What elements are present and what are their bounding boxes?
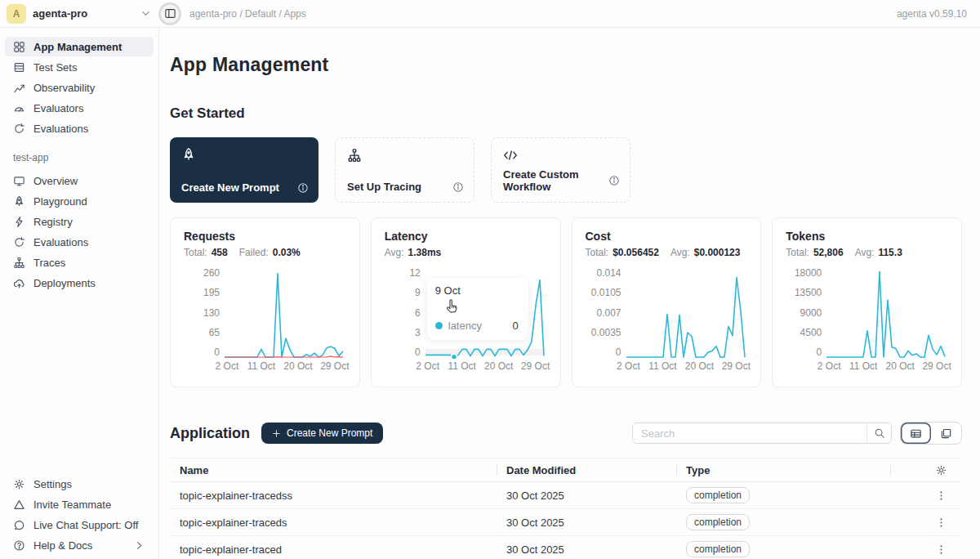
- plot-requests: 2 Oct11 Oct20 Oct29 Oct: [225, 271, 343, 357]
- sidebar-footer-nav: SettingsInvite TeammateLive Chat Support…: [0, 473, 158, 556]
- stat-card-title: Cost: [586, 230, 748, 243]
- x-tick-label: 11 Oct: [648, 360, 676, 372]
- get-started-card-set-up-tracing[interactable]: Set Up Tracing: [335, 137, 474, 203]
- sidebar-item-observability[interactable]: Observability: [5, 78, 154, 97]
- x-tick-label: 29 Oct: [922, 360, 951, 372]
- tooltip-row: latency0: [435, 320, 520, 332]
- tree-icon: [13, 257, 25, 269]
- search-input[interactable]: [633, 427, 866, 440]
- metric-value: 458: [212, 247, 228, 258]
- column-settings-gear-icon[interactable]: [900, 464, 952, 476]
- sidebar-item-evaluations[interactable]: Evaluations: [5, 232, 154, 252]
- info-icon[interactable]: [297, 182, 309, 194]
- sidebar-item-deployments[interactable]: Deployments: [5, 273, 154, 293]
- cycle-icon: [13, 236, 25, 248]
- x-tick-label: 29 Oct: [722, 360, 751, 372]
- y-axis-ticks: 1800013500900045000: [786, 267, 822, 358]
- stat-card-cost: CostTotal:$0.056452Avg:$0.0001230.0140.0…: [572, 217, 762, 387]
- sidebar-item-label: Help & Docs: [33, 539, 92, 552]
- row-actions-menu-icon[interactable]: [900, 543, 952, 556]
- table-row-topic-explainer-tracedss[interactable]: topic-explainer-tracedss30 Oct 2025compl…: [170, 482, 962, 509]
- sidebar-item-app-management[interactable]: App Management: [5, 37, 154, 56]
- cell-date-modified: 30 Oct 2025: [497, 536, 676, 559]
- cycle-icon: [13, 123, 25, 135]
- chat-icon: [13, 519, 25, 531]
- monitor-icon: [13, 175, 25, 187]
- workspace-selector[interactable]: A agenta-pro: [7, 4, 152, 24]
- metric: Avg:115.3: [855, 247, 902, 258]
- sidebar-item-traces[interactable]: Traces: [5, 253, 154, 272]
- chart-icon: [13, 82, 25, 94]
- metric-label: Total:: [586, 247, 609, 258]
- y-tick-label: 0: [616, 347, 621, 358]
- table-view-button[interactable]: [901, 423, 931, 444]
- code-icon: [503, 148, 618, 163]
- x-tick-label: 20 Oct: [885, 360, 914, 372]
- metric-label: Avg:: [670, 247, 690, 258]
- x-tick-label: 29 Oct: [521, 360, 550, 372]
- search-box: [632, 423, 892, 444]
- sidebar-item-overview[interactable]: Overview: [5, 171, 154, 190]
- chart-svg-cost: [626, 271, 745, 357]
- sidebar-item-registry[interactable]: Registry: [5, 212, 154, 231]
- chart-svg-tokens: [826, 271, 945, 357]
- y-tick-label: 18000: [795, 267, 822, 279]
- plot-tokens: 2 Oct11 Oct20 Oct29 Oct: [826, 271, 945, 357]
- sidebar-item-invite-teammate[interactable]: Invite Teammate: [5, 494, 154, 514]
- x-tick-label: 2 Oct: [617, 360, 640, 372]
- create-new-prompt-button[interactable]: Create New Prompt: [261, 423, 383, 444]
- sidebar-item-test-sets[interactable]: Test Sets: [5, 57, 154, 77]
- sidebar-item-help-docs[interactable]: Help & Docs: [5, 535, 154, 555]
- chevron-right-icon: [133, 539, 145, 552]
- grid-icon: [13, 41, 25, 53]
- column-header-name[interactable]: Name: [170, 458, 497, 482]
- list-icon: [13, 61, 25, 74]
- card-label: Set Up Tracing: [347, 181, 421, 193]
- chart-tooltip: 9 Octlatency0: [427, 278, 528, 340]
- sidebar-item-label: Playground: [33, 195, 87, 208]
- x-axis-ticks: 2 Oct11 Oct20 Oct29 Oct: [626, 360, 745, 372]
- y-tick-label: 4500: [800, 327, 822, 338]
- card-label: Create New Prompt: [181, 181, 279, 194]
- x-tick-label: 2 Oct: [216, 360, 239, 372]
- sidebar-item-evaluators[interactable]: Evaluators: [5, 98, 154, 118]
- cell-name: topic-explainer-tracedss: [170, 482, 497, 509]
- breadcrumb: agenta-pro / Default / Apps: [189, 8, 306, 20]
- metric: Avg:1.38ms: [385, 247, 442, 258]
- sidebar-item-live-chat-support-off[interactable]: Live Chat Support: Off: [5, 515, 154, 534]
- row-actions-menu-icon[interactable]: [900, 490, 952, 502]
- table-row-topic-explainer-traceds[interactable]: topic-explainer-traceds30 Oct 2025comple…: [170, 509, 962, 536]
- get-started-card-create-new-prompt[interactable]: Create New Prompt: [170, 137, 318, 203]
- column-header-date-modified[interactable]: Date Modified: [497, 458, 676, 482]
- type-badge: completion: [686, 487, 750, 503]
- sidebar-item-evaluations[interactable]: Evaluations: [5, 119, 154, 138]
- sidebar: App ManagementTest SetsObservabilityEval…: [0, 28, 159, 559]
- cell-name: topic-explainer-traced: [170, 536, 497, 559]
- sidebar-item-playground[interactable]: Playground: [5, 191, 154, 211]
- bolt-icon: [13, 216, 25, 228]
- tooltip-series-dot: [435, 322, 443, 329]
- table-row-topic-explainer-traced[interactable]: topic-explainer-traced30 Oct 2025complet…: [170, 536, 962, 559]
- application-header: Application Create New Prompt: [170, 422, 962, 445]
- stat-card-title: Latency: [385, 230, 547, 243]
- y-tick-label: 260: [203, 267, 220, 279]
- column-header-type[interactable]: Type: [676, 458, 890, 482]
- get-started-card-create-custom-workflow[interactable]: Create Custom Workflow: [491, 137, 630, 203]
- row-actions-menu-icon[interactable]: [900, 517, 952, 529]
- sidebar-item-settings[interactable]: Settings: [5, 474, 154, 494]
- search-icon: [874, 427, 885, 439]
- card-view-button[interactable]: [931, 423, 961, 444]
- stat-card-requests: RequestsTotal:458Failed:0.03%26019513065…: [170, 217, 360, 387]
- sidebar-main-nav: App ManagementTest SetsObservabilityEval…: [0, 36, 158, 139]
- cell-type: completion: [676, 509, 890, 536]
- metric-value: $0.000123: [694, 247, 741, 258]
- info-icon[interactable]: [608, 175, 620, 186]
- sidebar-section-label: test-app: [13, 152, 158, 163]
- app-version: agenta v0.59.10: [897, 8, 967, 20]
- tree-icon: [347, 148, 462, 163]
- search-button[interactable]: [866, 423, 891, 443]
- metric: Total:52,806: [786, 247, 843, 258]
- sidebar-toggle-button[interactable]: [158, 2, 181, 25]
- stat-card-metrics: Total:$0.056452Avg:$0.000123: [586, 247, 748, 258]
- info-icon[interactable]: [452, 181, 464, 193]
